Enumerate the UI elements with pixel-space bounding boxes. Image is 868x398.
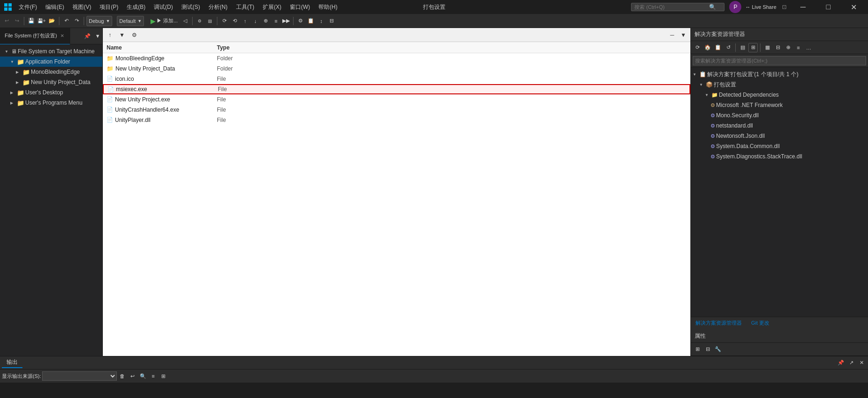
panel-pin-btn[interactable]: 📌 bbox=[83, 31, 92, 41]
toggle-wrap-btn[interactable]: ↩ bbox=[128, 371, 137, 381]
sol-dep-2[interactable]: ⚙ netstandard.dll bbox=[691, 121, 868, 131]
redo-btn[interactable]: ↪ bbox=[12, 16, 22, 26]
multiselect-btn[interactable]: ▤ bbox=[205, 16, 215, 26]
prop-btn3[interactable]: 🔧 bbox=[713, 345, 723, 354]
sol-dep-4[interactable]: ⚙ System.Data.Common.dll bbox=[691, 141, 868, 151]
sol-dep-1[interactable]: ⚙ Mono.Security.dll bbox=[691, 110, 868, 121]
save-btn[interactable]: 💾 bbox=[27, 16, 36, 26]
prop-btn2[interactable]: ⊟ bbox=[703, 345, 712, 354]
output-settings-btn[interactable]: ≡ bbox=[149, 371, 158, 381]
panel-collapse-btn[interactable]: ─ bbox=[667, 30, 677, 40]
filesystem-tab[interactable]: File System (打包设置) ✕ bbox=[0, 28, 70, 44]
extra-btn1[interactable]: ⟳ bbox=[220, 16, 229, 26]
extra-btn7[interactable]: ▶▶ bbox=[281, 16, 291, 26]
file-row-2[interactable]: 📄 icon.ico File bbox=[103, 74, 690, 84]
file-row-5[interactable]: 📄 UnityCrashHandler64.exe File bbox=[103, 105, 690, 115]
extra-btn4[interactable]: ↓ bbox=[251, 16, 260, 26]
sol-dep-0[interactable]: ⚙ Microsoft .NET Framework bbox=[691, 100, 868, 110]
panel-menu-btn[interactable]: ▼ bbox=[93, 31, 102, 41]
prop-btn1[interactable]: ⊞ bbox=[693, 345, 702, 354]
close-button[interactable]: ✕ bbox=[843, 0, 864, 14]
menu-tools[interactable]: 工具(T) bbox=[232, 2, 258, 12]
menu-help[interactable]: 帮助(H) bbox=[315, 2, 341, 12]
extra-btn3[interactable]: ↑ bbox=[240, 16, 250, 26]
tree-unity-data[interactable]: ▶ 📁 New Unity Project_Data bbox=[0, 77, 102, 87]
sol-active-btn[interactable]: ⊞ bbox=[748, 43, 758, 52]
clear-output-btn[interactable]: 🗑 bbox=[118, 371, 127, 381]
sol-props-btn[interactable]: 📋 bbox=[713, 43, 723, 52]
sol-dep-3[interactable]: ⚙ Newtonsoft.Json.dll bbox=[691, 131, 868, 141]
file-row-1[interactable]: 📁 New Unity Project_Data Folder bbox=[103, 64, 690, 74]
sol-home-btn[interactable]: 🏠 bbox=[703, 43, 712, 52]
file-row-3[interactable]: 📄 msiexec.exe File bbox=[103, 84, 690, 94]
output-source-select[interactable] bbox=[42, 371, 117, 381]
sol-collapse-btn[interactable]: ≡ bbox=[794, 43, 803, 52]
menu-build[interactable]: 生成(B) bbox=[123, 2, 149, 12]
toolbar-filter-btn[interactable]: ▼ bbox=[117, 30, 127, 40]
debug-mode-dropdown[interactable]: Debug ▼ bbox=[86, 16, 112, 26]
more-btn3[interactable]: ↕ bbox=[316, 16, 326, 26]
find-in-output-btn[interactable]: 🔍 bbox=[138, 371, 148, 381]
sol-refresh-btn[interactable]: ↺ bbox=[724, 43, 733, 52]
file-row-6[interactable]: 📄 UnityPlayer.dll File bbox=[103, 115, 690, 125]
open-btn[interactable]: 📂 bbox=[47, 16, 57, 26]
undo2-btn[interactable]: ↶ bbox=[62, 16, 71, 26]
menu-test[interactable]: 测试(S) bbox=[178, 2, 204, 12]
output-more-btn[interactable]: ⊞ bbox=[159, 371, 168, 381]
filesystem-tab-close[interactable]: ✕ bbox=[59, 33, 65, 39]
solution-search-input[interactable] bbox=[693, 56, 866, 65]
more-btn4[interactable]: ⊟ bbox=[327, 16, 336, 26]
output-tab[interactable]: 输出 bbox=[2, 357, 22, 368]
layout-icon[interactable]: ⊡ bbox=[780, 4, 789, 10]
extra-btn2[interactable]: ⟲ bbox=[230, 16, 239, 26]
tree-root[interactable]: ▼ 🖥 File System on Target Machine bbox=[0, 46, 102, 57]
user-avatar[interactable]: P bbox=[729, 1, 741, 13]
tree-mono[interactable]: ▶ 📁 MonoBleedingEdge bbox=[0, 67, 102, 77]
more-btn2[interactable]: 📋 bbox=[306, 16, 316, 26]
minimize-button[interactable]: ─ bbox=[792, 0, 814, 14]
sol-project[interactable]: ▼ 📦 打包设置 bbox=[691, 79, 868, 90]
menu-window[interactable]: 窗口(W) bbox=[286, 2, 314, 12]
settings-btn[interactable]: ⚙ bbox=[195, 16, 204, 26]
tab-git-changes[interactable]: Git 更改 bbox=[746, 318, 774, 329]
sol-add-btn[interactable]: ⊕ bbox=[783, 43, 793, 52]
bottom-float-btn[interactable]: ↗ bbox=[846, 358, 856, 368]
save-all-btn[interactable]: 💾+ bbox=[37, 16, 46, 26]
extra-btn6[interactable]: ≡ bbox=[271, 16, 280, 26]
nav-back-btn[interactable]: ◁ bbox=[180, 16, 190, 26]
sol-detected-deps[interactable]: ▼ 📁 Detected Dependencies bbox=[691, 90, 868, 100]
sol-root[interactable]: ▼ 📋 解决方案'打包设置'(1 个项目/共 1 个) bbox=[691, 69, 868, 79]
menu-file[interactable]: 文件(F) bbox=[15, 2, 41, 12]
sol-filter-btn[interactable]: ▦ bbox=[763, 43, 772, 52]
tab-solution-explorer[interactable]: 解决方案资源管理器 bbox=[691, 318, 746, 329]
more-btn1[interactable]: ⚙ bbox=[296, 16, 305, 26]
toolbar-settings-btn[interactable]: ⚙ bbox=[129, 30, 139, 40]
sol-context-btn[interactable]: … bbox=[804, 43, 813, 52]
sol-sort-btn[interactable]: ⊟ bbox=[773, 43, 782, 52]
redo2-btn[interactable]: ↷ bbox=[72, 16, 81, 26]
file-row-4[interactable]: 📄 New Unity Project.exe File bbox=[103, 94, 690, 105]
sol-sync-btn[interactable]: ⟳ bbox=[693, 43, 702, 52]
run-btn[interactable]: ▶ ▶ 添加... bbox=[149, 16, 179, 26]
menu-edit[interactable]: 编辑(E) bbox=[42, 2, 68, 12]
menu-view[interactable]: 视图(V) bbox=[69, 2, 95, 12]
title-search-input[interactable] bbox=[634, 4, 709, 10]
title-search-box[interactable]: 🔍 bbox=[631, 3, 725, 11]
menu-project[interactable]: 项目(P) bbox=[96, 2, 122, 12]
bottom-pin-btn[interactable]: 📌 bbox=[836, 358, 846, 368]
platform-dropdown[interactable]: Default ▼ bbox=[117, 16, 144, 26]
tree-application-folder[interactable]: ▼ 📁 Application Folder bbox=[0, 57, 102, 67]
panel-config-btn[interactable]: ▼ bbox=[678, 30, 689, 40]
menu-debug[interactable]: 调试(D) bbox=[150, 2, 177, 12]
undo-btn[interactable]: ↩ bbox=[2, 16, 11, 26]
toolbar-up-btn[interactable]: ↑ bbox=[105, 30, 115, 40]
sol-view-btn[interactable]: ▤ bbox=[738, 43, 747, 52]
live-share-button[interactable]: ↔ Live Share bbox=[745, 4, 776, 10]
sol-dep-5[interactable]: ⚙ System.Diagnostics.StackTrace.dll bbox=[691, 151, 868, 162]
tree-desktop[interactable]: ▶ 📁 User's Desktop bbox=[0, 87, 102, 98]
extra-btn5[interactable]: ⊕ bbox=[261, 16, 270, 26]
tree-programs[interactable]: ▶ 📁 User's Programs Menu bbox=[0, 98, 102, 108]
maximize-button[interactable]: □ bbox=[818, 0, 839, 14]
menu-analyze[interactable]: 分析(N) bbox=[205, 2, 231, 12]
file-row-0[interactable]: 📁 MonoBleedingEdge Folder bbox=[103, 53, 690, 64]
